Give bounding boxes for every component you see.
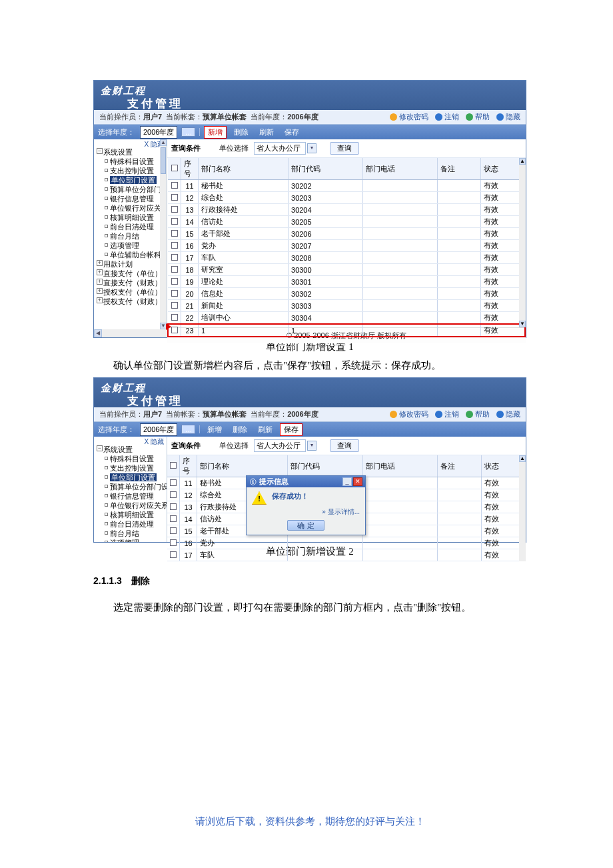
grid-vscroll[interactable]: ▲ ▼ [519,158,526,327]
tree-item[interactable]: 支出控制设置 [110,167,154,175]
change-password-link[interactable]: 修改密码 [390,409,428,419]
query-button[interactable]: 查询 [330,439,359,452]
tree-toggle[interactable]: + [97,269,103,275]
tree-toggle[interactable]: + [97,260,103,266]
scroll-left-icon[interactable]: ◀ [94,329,102,337]
grid-vscroll[interactable]: ▲ [519,455,526,561]
row-checkbox[interactable] [170,551,177,558]
row-checkbox[interactable] [171,266,178,273]
refresh-button[interactable]: 刷新 [255,424,276,435]
help-link[interactable]: 帮助 [466,112,490,122]
table-row[interactable]: 14信访处30205有效 [168,216,525,228]
tree-item[interactable]: 单位银行对应关系设置 [110,501,167,509]
tree-item[interactable]: 特殊科目设置 [110,455,154,463]
table-row[interactable]: 19理论处30301有效 [168,276,525,288]
row-checkbox[interactable] [171,278,178,285]
table-row[interactable]: 22培训中心30304有效 [168,312,525,325]
tree-toggle[interactable]: + [97,279,103,285]
unit-field[interactable]: 省人大办公厅 [254,439,306,452]
save-button[interactable]: 保存 [281,127,303,138]
tree-item[interactable]: 用款计划 [103,260,133,268]
show-detail-link[interactable]: » 显示详情... [322,508,360,515]
scroll-up-icon[interactable]: ▲ [519,158,526,165]
tree-toggle[interactable]: + [97,288,103,294]
delete-button[interactable]: 删除 [229,424,251,435]
year-select[interactable]: 2006年度 [140,126,177,139]
hide-link[interactable]: 隐藏 [496,409,520,419]
tree-item[interactable]: 银行信息管理 [110,195,154,203]
tree-item[interactable]: 单位银行对应关系设置 [110,204,167,212]
table-row[interactable]: 17车队30208有效 [168,252,525,264]
select-all-checkbox[interactable] [170,462,177,469]
help-link[interactable]: 帮助 [466,409,490,419]
tree-item[interactable]: 授权支付（财政） [103,297,162,305]
tree-item[interactable]: 单位部门设置 [110,176,157,184]
tree-toggle[interactable]: − [97,148,103,154]
add-button[interactable]: 新增 [204,126,227,139]
tree-item[interactable]: 支出控制设置 [110,464,154,472]
tree-item[interactable]: 特殊科目设置 [110,157,154,165]
table-row[interactable]: 16党办30207有效 [168,240,525,252]
table-row[interactable]: 13行政接待处30204有效 [168,204,525,216]
tree-item[interactable]: 选项管理 [110,241,139,249]
row-checkbox[interactable] [171,314,178,321]
scroll-thumb[interactable] [161,147,166,174]
tree-item[interactable]: 授权支付（单位） [103,288,162,296]
delete-button[interactable]: 删除 [231,127,252,138]
change-password-link[interactable]: 修改密码 [390,112,428,122]
tree-item[interactable]: 直接支付（财政） [103,279,162,287]
row-checkbox[interactable] [171,242,178,249]
logout-link[interactable]: 注销 [435,112,459,122]
table-row[interactable]: 15老干部处30206有效 [168,228,525,240]
tree-toggle[interactable]: + [97,297,103,303]
scroll-up-icon[interactable]: ▲ [519,455,526,462]
row-checkbox[interactable] [170,503,177,510]
tree-item[interactable]: 核算明细设置 [110,213,154,221]
row-checkbox[interactable] [170,515,177,522]
row-checkbox[interactable] [171,230,178,237]
tree-item[interactable]: 前台日清处理 [110,223,154,231]
dialog-ok-button[interactable]: 确 定 [287,520,324,531]
tree-vscroll[interactable]: ▲ ▼ [160,139,167,329]
row-checkbox[interactable] [171,302,178,309]
row-checkbox[interactable] [170,539,177,546]
table-row[interactable]: 11秘书处30202有效 [168,180,525,192]
tree-item[interactable]: 单位部门设置 [110,473,157,481]
dialog-minimize-button[interactable]: _ [342,477,352,486]
tree-item[interactable]: 预算单位分部门设置 [110,185,167,193]
tree-item[interactable]: 前台日清处理 [110,520,154,528]
row-checkbox[interactable] [171,218,178,225]
save-button[interactable]: 保存 [280,423,303,436]
row-checkbox[interactable] [171,327,178,333]
tree-root[interactable]: 系统设置 [103,148,133,156]
row-checkbox[interactable] [171,290,178,297]
tree-root[interactable]: 系统设置 [103,445,133,453]
scroll-up-icon[interactable]: ▲ [160,139,167,146]
dialog-close-button[interactable]: ✕ [353,477,362,486]
year-picker-button[interactable]: … [181,425,195,434]
year-picker-button[interactable]: … [181,127,195,137]
row-checkbox[interactable] [171,194,178,201]
table-row[interactable]: 20信息处30302有效 [168,288,525,300]
row-checkbox[interactable] [171,206,178,213]
hide-link[interactable]: 隐藏 [496,112,520,122]
tree-item[interactable]: 单位辅助台帐科目设置 [110,251,167,259]
tree-toggle[interactable]: − [97,445,103,451]
tree-item[interactable]: 核算明细设置 [110,511,154,519]
new-row[interactable]: 2311有效 [168,324,525,337]
row-checkbox[interactable] [170,479,177,486]
year-select[interactable]: 2006年度 [140,423,177,436]
scroll-down-icon[interactable]: ▼ [519,321,526,327]
unit-field[interactable]: 省人大办公厅 [254,142,306,155]
add-button[interactable]: 新增 [204,424,225,435]
row-checkbox[interactable] [171,254,178,261]
unit-picker-button[interactable]: ▾ [307,143,316,153]
table-row[interactable]: 12综合处30203有效 [168,192,525,204]
tree-item[interactable]: 选项管理 [110,539,139,542]
row-checkbox[interactable] [171,182,178,189]
tree-item[interactable]: 预算单位分部门设置 [110,483,167,491]
table-row[interactable]: 18研究室30300有效 [168,264,525,276]
table-row[interactable]: 21新闻处30303有效 [168,300,525,312]
query-button[interactable]: 查询 [330,142,359,155]
tree-item[interactable]: 银行信息管理 [110,492,154,500]
